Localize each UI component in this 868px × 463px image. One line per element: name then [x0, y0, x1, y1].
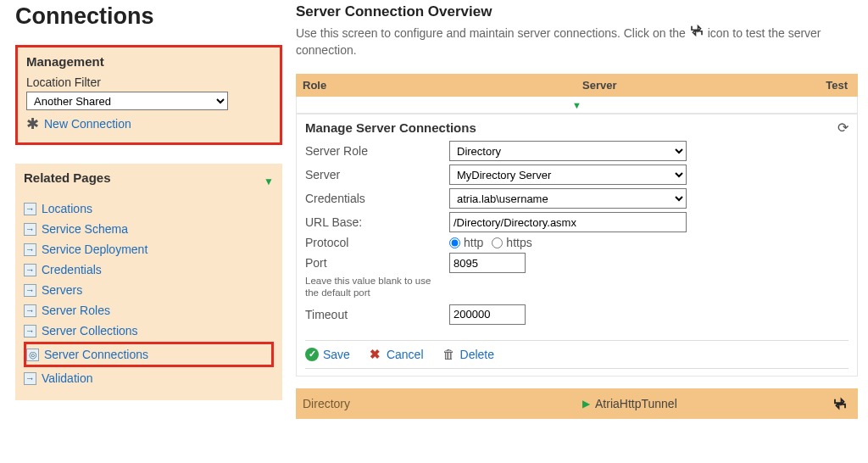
arrow-right-icon: → — [24, 372, 36, 385]
connection-row: Directory ▶ AtriaHttpTunnel — [296, 388, 858, 419]
delete-button[interactable]: 🗑 Delete — [442, 348, 494, 361]
arrow-right-icon: → — [24, 304, 36, 317]
related-item[interactable]: →Server Roles — [24, 300, 274, 321]
related-item-server-connections[interactable]: ◎Server Connections — [24, 342, 274, 367]
related-item[interactable]: →Server Collections — [24, 321, 274, 341]
refresh-icon[interactable]: ⟳ — [837, 120, 849, 136]
protocol-http-radio[interactable] — [449, 237, 460, 248]
url-base-input[interactable] — [449, 212, 687, 232]
overview-description: Use this screen to configure and maintai… — [296, 24, 858, 59]
related-item[interactable]: →Servers — [24, 280, 274, 300]
credentials-select[interactable]: atria.lab\username — [449, 188, 687, 209]
server-label: Server — [305, 168, 449, 181]
related-pages-panel: Related Pages ▼ →Locations →Service Sche… — [15, 164, 282, 400]
related-item[interactable]: →Service Deployment — [24, 239, 274, 259]
arrow-right-icon: → — [24, 284, 36, 297]
star-icon: ✱ — [26, 118, 39, 130]
test-connection-icon — [689, 24, 704, 42]
cross-icon: ✖ — [369, 348, 382, 361]
connection-role: Directory — [303, 397, 582, 410]
page-title: Connections — [15, 3, 282, 30]
related-item[interactable]: →Service Schema — [24, 219, 274, 239]
overview-title: Server Connection Overview — [296, 3, 858, 20]
management-panel: Management Location Filter Another Share… — [15, 45, 282, 145]
location-filter-select[interactable]: Another Shared — [26, 92, 228, 110]
chevron-down-icon[interactable]: ▼ — [264, 176, 274, 187]
chevron-down-icon: ▼ — [572, 100, 581, 110]
play-icon: ▶ — [582, 398, 590, 410]
new-connection-link[interactable]: New Connection — [44, 117, 131, 131]
server-role-select[interactable]: Directory — [449, 141, 687, 161]
port-input[interactable] — [449, 253, 526, 273]
test-connection-button[interactable] — [822, 397, 848, 410]
target-icon: ◎ — [26, 349, 39, 361]
cancel-button[interactable]: ✖ Cancel — [369, 348, 424, 361]
port-hint: Leave this value blank to use the defaul… — [305, 276, 432, 299]
related-item[interactable]: →Credentials — [24, 259, 274, 280]
management-title: Management — [26, 54, 271, 69]
timeout-label: Timeout — [305, 308, 449, 321]
related-pages-title: Related Pages — [24, 170, 111, 185]
form-title: Manage Server Connections — [305, 120, 476, 135]
protocol-https-label: https — [506, 236, 531, 249]
trash-icon: 🗑 — [442, 348, 456, 361]
arrow-right-icon: → — [24, 264, 36, 276]
port-label: Port — [305, 256, 449, 270]
connection-server: AtriaHttpTunnel — [595, 397, 677, 410]
protocol-label: Protocol — [305, 236, 449, 249]
arrow-right-icon: → — [24, 223, 36, 236]
related-item[interactable]: →Locations — [24, 198, 274, 219]
url-base-label: URL Base: — [305, 215, 449, 229]
column-test: Test — [805, 79, 848, 92]
protocol-http-label: http — [464, 236, 483, 249]
checkmark-icon: ✓ — [305, 348, 319, 361]
manage-server-connections-form: Manage Server Connections ⟳ Server Role … — [296, 114, 858, 377]
table-header: Role Server Test — [296, 74, 858, 97]
arrow-right-icon: → — [24, 243, 36, 256]
column-server: Server — [582, 79, 805, 92]
arrow-right-icon: → — [24, 203, 36, 215]
credentials-label: Credentials — [305, 192, 449, 205]
server-select[interactable]: MyDirectory Server — [449, 165, 687, 185]
protocol-https-radio[interactable] — [492, 237, 503, 248]
save-button[interactable]: ✓ Save — [305, 348, 350, 361]
server-role-label: Server Role — [305, 144, 449, 158]
table-row-expander[interactable]: ▼ — [296, 97, 858, 114]
arrow-right-icon: → — [24, 325, 36, 337]
related-item[interactable]: →Validation — [24, 368, 274, 388]
column-role: Role — [303, 79, 582, 92]
location-filter-label: Location Filter — [26, 75, 271, 89]
timeout-input[interactable] — [449, 304, 526, 325]
